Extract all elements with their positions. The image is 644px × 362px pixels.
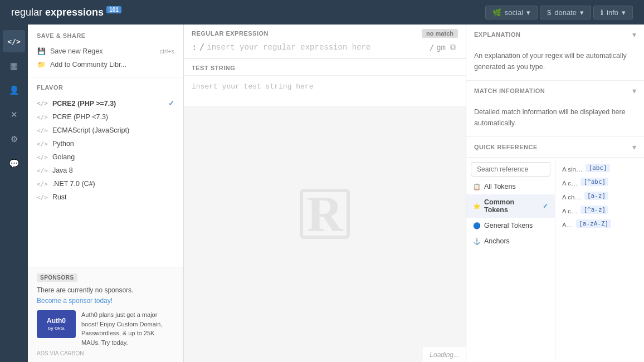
explanation-chevron-icon: ▾	[632, 30, 636, 39]
flavor-code-icon-7: </>	[37, 180, 48, 188]
quick-ref-header[interactable]: QUICK REFERENCE ▾	[466, 137, 644, 158]
logo: regular expressions 101	[11, 7, 121, 18]
match-info-text: Detailed match information will be displ…	[474, 106, 636, 129]
flavor-golang[interactable]: </> Golang	[37, 150, 174, 164]
donate-chevron-icon: ▾	[580, 8, 584, 17]
ref-category-all-tokens[interactable]: 📋 All Tokens	[466, 179, 555, 194]
watermark: R	[300, 189, 350, 239]
sidebar: </> ▦ 👤 ✕ ⚙ 💬	[0, 25, 28, 362]
general-tokens-icon: 🔵	[473, 222, 481, 229]
regex-slash-start: /	[199, 42, 205, 52]
token-row-2: A c… [^abc]	[560, 176, 640, 190]
copy-button[interactable]: ⧉	[448, 41, 458, 53]
loading-bar: Loading...	[423, 347, 466, 362]
save-new-regex-item[interactable]: 💾 Save new Regex ctrl+s	[37, 45, 174, 58]
flavor-section: FLAVOR </> PCRE2 (PHP >=7.3) ✓ </> PCRE …	[28, 77, 183, 267]
flavor-pcre2[interactable]: </> PCRE2 (PHP >=7.3) ✓	[37, 96, 174, 110]
flavor-rust[interactable]: </> Rust	[37, 190, 174, 204]
token-row-1: A sin… [abc]	[560, 162, 640, 176]
ref-category-anchors[interactable]: ⚓ Anchors	[466, 233, 555, 249]
sidebar-icon-chart[interactable]: ▦	[3, 55, 25, 77]
sidebar-icon-user[interactable]: 👤	[3, 79, 25, 101]
quick-ref-body: 📋 All Tokens ⭐ Common Tokens ✓ 🔵 General…	[466, 158, 644, 362]
common-tokens-check: ✓	[543, 202, 548, 210]
info-button[interactable]: ℹ info ▾	[593, 6, 633, 19]
anchor-icon: ⚓	[473, 237, 481, 245]
match-info-content: Detailed match information will be displ…	[466, 101, 644, 136]
explanation-header[interactable]: EXPLANATION ▾	[466, 25, 644, 45]
info-icon: ℹ	[601, 8, 603, 17]
match-info-header[interactable]: MATCH INFORMATION ▾	[466, 81, 644, 101]
star-icon: ⭐	[473, 202, 481, 210]
code-icon: </>	[7, 37, 20, 46]
ad-logo: Auth0 by Okta	[37, 310, 76, 338]
flavor-dotnet[interactable]: </> .NET 7.0 (C#)	[37, 177, 174, 190]
add-library-item[interactable]: 📁 Add to Community Libr...	[37, 58, 174, 71]
regex-section: REGULAR EXPRESSION no match : / / gm ⧉	[184, 25, 466, 59]
ad-text: Auth0 plans just got a major boost! Enjo…	[81, 310, 174, 347]
social-button[interactable]: 🌿 social ▾	[485, 6, 538, 19]
comment-icon: 💬	[9, 159, 19, 169]
regex-input-row: : / / gm ⧉	[184, 41, 466, 58]
test-string-input[interactable]	[184, 76, 466, 106]
app-container: regular expressions 101 🌿 social ▾ $ don…	[0, 0, 644, 362]
sidebar-icon-code[interactable]: </>	[3, 30, 25, 52]
match-info-title: MATCH INFORMATION	[474, 87, 545, 94]
sidebar-icon-badge[interactable]: ✕	[3, 104, 25, 126]
no-match-badge: no match	[422, 29, 458, 38]
gear-icon: ⚙	[11, 134, 18, 144]
sponsors-section: SPONSORS There are currently no sponsors…	[28, 267, 183, 362]
center-panel: REGULAR EXPRESSION no match : / / gm ⧉ T…	[184, 25, 466, 362]
flavor-code-icon: </>	[37, 100, 48, 107]
explanation-title: EXPLANATION	[474, 31, 521, 38]
flavor-ecmascript[interactable]: </> ECMAScript (JavaScript)	[37, 124, 174, 137]
become-sponsor-link[interactable]: Become a sponsor today!	[37, 297, 113, 305]
library-icon: 📁	[37, 60, 46, 69]
quick-ref-chevron-icon: ▾	[632, 143, 636, 151]
left-panel: SAVE & SHARE 💾 Save new Regex ctrl+s 📁 A…	[28, 25, 184, 362]
flavor-code-icon-4: </>	[37, 140, 48, 148]
test-string-header: TEST STRING	[184, 59, 466, 76]
quick-ref-title: QUICK REFERENCE	[474, 144, 538, 150]
flavor-pcre[interactable]: </> PCRE (PHP <7.3)	[37, 110, 174, 124]
donate-button[interactable]: $ donate ▾	[540, 6, 591, 19]
flavor-code-icon-3: </>	[37, 127, 48, 134]
token-row-5: A… [a-zA-Z]	[560, 218, 640, 232]
ref-category-general-tokens[interactable]: 🔵 General Tokens	[466, 218, 555, 233]
regex-input[interactable]	[207, 43, 427, 52]
sponsors-text: There are currently no sponsors.	[37, 286, 174, 294]
body-layout: </> ▦ 👤 ✕ ⚙ 💬 SAVE & SHARE 💾	[0, 25, 644, 362]
test-string-wrapper: R Loading...	[184, 76, 466, 362]
search-reference-input[interactable]	[471, 162, 550, 177]
sidebar-icon-gear[interactable]: ⚙	[3, 128, 25, 150]
save-share-section: SAVE & SHARE 💾 Save new Regex ctrl+s 📁 A…	[28, 25, 183, 77]
save-icon: 💾	[37, 47, 46, 56]
flavor-code-icon-6: </>	[37, 167, 48, 174]
save-share-title: SAVE & SHARE	[37, 32, 174, 39]
ad-card: Auth0 by Okta Auth0 plans just got a maj…	[37, 310, 174, 347]
regex-title: REGULAR EXPRESSION	[192, 30, 269, 37]
sidebar-icon-comment[interactable]: 💬	[3, 153, 25, 175]
flavor-title: FLAVOR	[37, 84, 174, 91]
flavor-code-icon-8: </>	[37, 194, 48, 201]
header-bar: regular expressions 101 🌿 social ▾ $ don…	[0, 0, 644, 25]
explanation-content: An explanation of your regex will be aut…	[466, 45, 644, 80]
flavor-python[interactable]: </> Python	[37, 137, 174, 150]
loading-text: Loading...	[430, 351, 459, 359]
sponsors-badge: SPONSORS	[37, 273, 77, 282]
explanation-section: EXPLANATION ▾ An explanation of your reg…	[466, 25, 644, 81]
flavor-java[interactable]: </> Java 8	[37, 164, 174, 177]
user-icon: 👤	[9, 85, 19, 95]
ads-label: ADS VIA CARBON	[37, 350, 174, 356]
social-icon: 🌿	[492, 8, 501, 17]
right-panel: EXPLANATION ▾ An explanation of your reg…	[466, 25, 644, 362]
test-string-title: TEST STRING	[192, 65, 235, 71]
regex-end-delimiter: /	[430, 43, 434, 52]
chart-icon: ▦	[10, 61, 18, 71]
regex-header: REGULAR EXPRESSION no match	[184, 25, 466, 41]
token-row-4: A c… [^a-z]	[560, 204, 640, 218]
regex-start-delimiter: :	[192, 42, 197, 52]
ref-category-common-tokens[interactable]: ⭐ Common Tokens ✓	[466, 194, 555, 218]
quick-ref-tokens: A sin… [abc] A c… [^abc] A ch… [a-z] A	[555, 158, 644, 362]
info-chevron-icon: ▾	[622, 8, 626, 17]
